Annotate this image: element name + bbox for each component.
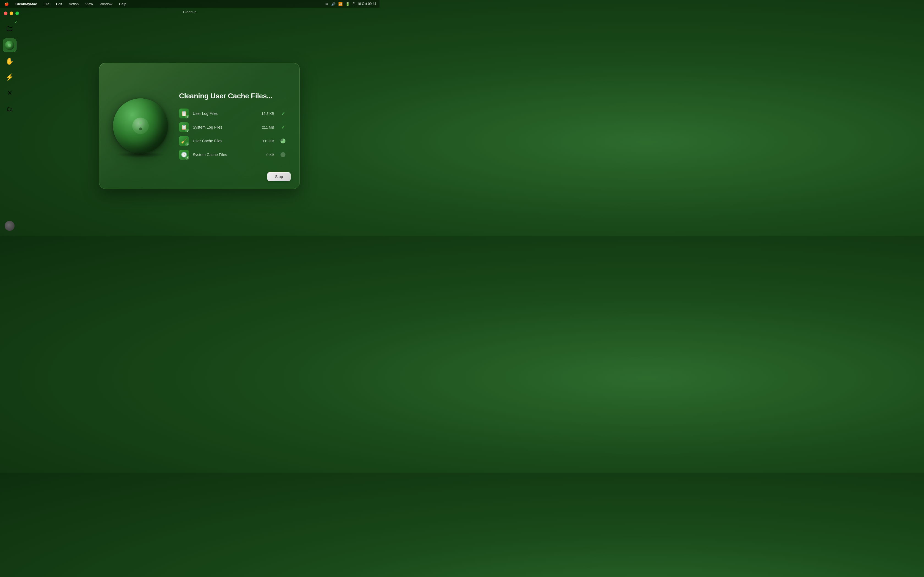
system-log-status: ✓ <box>280 124 286 130</box>
clock: Fri 18 Oct 09:44 <box>352 2 376 6</box>
user-cache-gear-icon: ⚙ <box>185 142 189 146</box>
menubar-left: 🍎 CleanMyMac File Edit Action View Windo… <box>3 2 127 6</box>
cleanup-card: Cleaning User Cache Files... 📋 ⚙ User Lo… <box>99 63 300 189</box>
sidebar-item-apps[interactable]: ✕ <box>3 86 16 100</box>
help-menu[interactable]: Help <box>118 2 127 6</box>
sidebar-item-cleanmymac[interactable] <box>3 39 16 52</box>
sidebar: ✓ 🗂 ✋ ⚡ ✕ 🗂 <box>0 8 19 236</box>
system-log-icon: 📋 ⚙ <box>179 122 189 132</box>
cleaning-ball-container <box>113 98 168 153</box>
window-title: Cleanup <box>0 8 380 16</box>
app-name-menu[interactable]: CleanMyMac <box>14 2 38 6</box>
audio-icon: 🔊 <box>331 2 336 6</box>
list-item: 📋 ⚙ User Log Files 12,3 KB ✓ <box>179 108 286 118</box>
ball-dot-top <box>139 121 142 124</box>
user-log-icon: 📋 ⚙ <box>179 108 189 118</box>
list-item: 🕐 ⚙ System Cache Files 0 KB <box>179 150 286 160</box>
file-menu[interactable]: File <box>43 2 51 6</box>
sidebar-bottom <box>0 221 19 231</box>
edit-menu[interactable]: Edit <box>55 2 63 6</box>
item-list: 📋 ⚙ User Log Files 12,3 KB ✓ 📋 ⚙ Syst <box>179 108 286 160</box>
system-cache-status <box>280 152 286 158</box>
system-cache-icon: 🕐 ⚙ <box>179 150 189 160</box>
ball-dot-bottom <box>139 127 142 130</box>
wifi-icon: 📶 <box>338 2 342 6</box>
stop-button[interactable]: Stop <box>267 172 291 181</box>
hand-icon: ✋ <box>5 57 14 65</box>
user-log-status: ✓ <box>280 111 286 116</box>
main-panel: Cleaning User Cache Files... 📋 ⚙ User Lo… <box>19 15 380 236</box>
scan-check-icon: ✓ <box>14 20 17 24</box>
bottom-globe-icon[interactable] <box>5 221 15 231</box>
list-item: 📋 ⚙ System Log Files 211 MB ✓ <box>179 122 286 132</box>
user-cache-spinner-icon <box>281 139 286 143</box>
right-content: Cleaning User Cache Files... 📋 ⚙ User Lo… <box>179 92 286 160</box>
sidebar-item-scan[interactable]: ✓ 🗂 <box>3 21 16 35</box>
user-cache-size: 115 KB <box>262 139 274 143</box>
battery-icon: 🔋 <box>346 2 350 6</box>
cleaning-title: Cleaning User Cache Files... <box>179 92 286 100</box>
system-cache-label: System Cache Files <box>193 153 263 157</box>
screen-icon: 🖥 <box>325 2 328 6</box>
view-menu[interactable]: View <box>84 2 94 6</box>
ball-shadow <box>116 152 165 158</box>
apple-menu[interactable]: 🍎 <box>3 2 10 6</box>
user-log-check-icon: ✓ <box>281 111 285 116</box>
files-icon: 🗂 <box>6 105 13 113</box>
menubar-right: 🖥 🔊 📶 🔋 Fri 18 Oct 09:44 <box>325 2 376 6</box>
ball-inner <box>132 118 149 134</box>
sidebar-item-protection[interactable]: ✋ <box>3 55 16 68</box>
system-log-size: 211 MB <box>262 125 274 129</box>
action-menu[interactable]: Action <box>68 2 80 6</box>
cleaner-ball-icon <box>5 41 14 50</box>
user-log-size: 12,3 KB <box>262 111 274 116</box>
window-menu[interactable]: Window <box>99 2 113 6</box>
user-log-label: User Log Files <box>193 111 258 116</box>
user-cache-icon: 🧹 ⚙ <box>179 136 189 146</box>
lightning-icon: ⚡ <box>5 73 14 81</box>
user-cache-status <box>280 138 286 144</box>
system-cache-pending-icon <box>281 152 286 157</box>
system-log-check-icon: ✓ <box>281 125 285 130</box>
system-cache-gear-icon: ⚙ <box>185 156 189 160</box>
apps-icon: ✕ <box>7 90 12 97</box>
user-cache-label: User Cache Files <box>193 139 258 143</box>
cleaning-ball <box>113 98 168 153</box>
menubar: 🍎 CleanMyMac File Edit Action View Windo… <box>0 0 380 8</box>
sidebar-item-files[interactable]: 🗂 <box>3 102 16 116</box>
system-log-gear-icon: ⚙ <box>185 129 189 132</box>
list-item: 🧹 ⚙ User Cache Files 115 KB <box>179 136 286 146</box>
system-cache-size: 0 KB <box>267 153 274 157</box>
scan-icon: 🗂 <box>6 24 13 33</box>
system-log-label: System Log Files <box>193 125 258 129</box>
sidebar-item-speed[interactable]: ⚡ <box>3 70 16 84</box>
user-log-gear-icon: ⚙ <box>185 115 189 118</box>
